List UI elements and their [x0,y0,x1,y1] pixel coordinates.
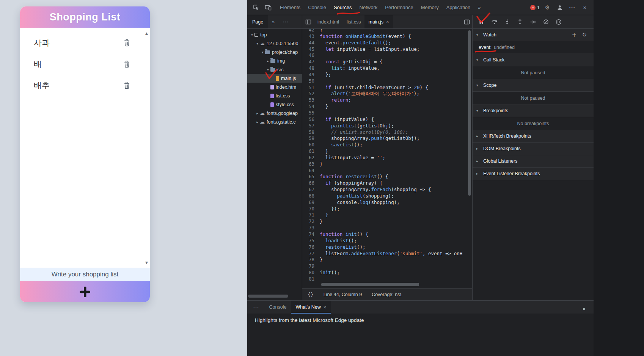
settings-gear-icon[interactable]: ⚙ [542,3,552,13]
tree-item-fonts-googleap[interactable]: ▸☁fonts.googleap [247,109,302,118]
step-icon[interactable] [528,17,538,27]
toggle-debugger-pane-icon[interactable] [464,19,470,25]
expander-open-icon[interactable]: ▾ [265,68,270,72]
tree-item-project-chap[interactable]: ▾project/chap [247,48,302,56]
close-devtools-icon[interactable]: × [580,3,590,13]
close-drawer-icon[interactable]: × [579,304,589,314]
line-number[interactable]: 45 [302,46,320,53]
step-over-icon[interactable] [489,17,499,27]
tree-item-style-css[interactable]: style.css [247,100,302,109]
section-event-listener-breakpoints[interactable]: ▸Event Listener Breakpoints [473,168,594,180]
line-number[interactable]: 53 [302,97,320,104]
trash-icon[interactable] [124,39,130,47]
tab-performance[interactable]: Performance [381,0,417,15]
shopping-input[interactable] [20,268,150,281]
close-tab-icon[interactable]: × [386,19,389,24]
drawer-tab-console[interactable]: Console [265,301,291,314]
deactivate-breakpoints-icon[interactable] [541,17,551,27]
watch-section-header[interactable]: ▾ Watch + ↻ [473,29,594,41]
editor-tab-main-js[interactable]: main.js× [364,15,393,28]
line-number[interactable]: 55 [302,110,320,116]
line-number[interactable]: 60 [302,142,320,148]
navigator-hscrollbar[interactable] [247,294,302,298]
section-global-listeners[interactable]: ▸Global Listeners [473,155,594,168]
add-watch-icon[interactable]: + [572,32,577,38]
pretty-print-icon[interactable]: {} [308,292,314,297]
expander-closed-icon[interactable]: ▸ [265,59,270,63]
line-number[interactable]: 74 [302,231,320,238]
line-number[interactable]: 78 [302,257,320,263]
trash-icon[interactable] [124,82,130,89]
tab-memory[interactable]: Memory [417,0,443,15]
section-xhr-fetch-breakpoints[interactable]: ▸XHR/fetch Breakpoints [473,130,594,143]
pause-resume-icon[interactable] [476,17,486,27]
tab-application[interactable]: Application [443,0,474,15]
tab-console[interactable]: Console [304,0,330,15]
line-number[interactable]: 72 [302,218,320,225]
expander-closed-icon[interactable]: ▸ [255,111,260,115]
line-number[interactable]: 81 [302,276,320,282]
drawer-tab-what-s-new[interactable]: What's New× [291,301,331,314]
line-number[interactable]: 44 [302,40,320,46]
device-toolbar-icon[interactable] [263,3,273,13]
editor-hscrollbar[interactable] [320,282,467,287]
tab-more[interactable]: » [474,0,484,15]
line-number[interactable]: 48 [302,65,320,72]
add-item-button[interactable] [20,281,150,302]
page-tab[interactable]: Page [247,15,268,28]
section-call-stack[interactable]: ▾Call Stack [473,54,594,66]
trash-icon[interactable] [124,61,130,68]
tab-network[interactable]: Network [356,0,382,15]
focus-page-icon[interactable] [555,3,565,13]
expander-open-icon[interactable]: ▾ [255,42,260,45]
line-number[interactable]: 42 [302,29,320,33]
tree-item-fonts-gstatic-c[interactable]: ▸☁fonts.gstatic.c [247,118,302,126]
tree-item-index-htm[interactable]: index.htm [247,83,302,91]
more-menu-icon[interactable]: ··· [567,3,577,13]
line-number[interactable]: 70 [302,206,320,212]
scrollbar-down-arrow[interactable]: ▼ [145,261,148,265]
error-badge[interactable]: × 1 [530,5,540,10]
line-number[interactable]: 71 [302,212,320,218]
line-number[interactable]: 57 [302,123,320,129]
line-number[interactable]: 75 [302,238,320,244]
line-number[interactable]: 76 [302,244,320,251]
section-scope[interactable]: ▾Scope [473,79,594,92]
step-out-icon[interactable] [515,17,525,27]
line-number[interactable]: 67 [302,187,320,193]
line-number[interactable]: 77 [302,251,320,257]
step-into-icon[interactable] [502,17,512,27]
line-number[interactable]: 49 [302,72,320,78]
collapse-navigator-icon[interactable] [305,19,311,25]
line-number[interactable]: 65 [302,174,320,180]
line-number[interactable]: 66 [302,180,320,187]
line-number[interactable]: 43 [302,33,320,40]
inspect-element-icon[interactable] [251,3,261,13]
section-dom-breakpoints[interactable]: ▸DOM Breakpoints [473,143,594,155]
navigator-overflow-chevron[interactable]: » [272,19,275,25]
line-number[interactable]: 51 [302,85,320,91]
expander-closed-icon[interactable]: ▸ [255,120,260,124]
editor-tab-list-css[interactable]: list.css [343,15,365,28]
tree-item-src[interactable]: ▾src [247,65,302,74]
line-number[interactable]: 52 [302,91,320,97]
section-breakpoints[interactable]: ▾Breakpoints [473,105,594,117]
line-number[interactable]: 69 [302,199,320,206]
line-number[interactable]: 63 [302,161,320,168]
line-number[interactable]: 47 [302,59,320,65]
line-number[interactable]: 68 [302,193,320,199]
line-number[interactable]: 80 [302,270,320,276]
line-number[interactable]: 73 [302,225,320,231]
drawer-more-icon[interactable]: ··· [247,304,265,310]
line-number[interactable]: 62 [302,155,320,161]
expander-open-icon[interactable]: ▾ [260,50,265,54]
line-number[interactable]: 56 [302,116,320,123]
watch-entry[interactable]: event:undefined [473,41,594,54]
tree-item-img[interactable]: ▸img [247,56,302,65]
expander-open-icon[interactable]: ▾ [250,33,254,37]
pause-on-exceptions-icon[interactable] [554,17,564,27]
line-number[interactable]: 54 [302,104,320,110]
close-tab-icon[interactable]: × [324,305,327,310]
tree-item-main-js[interactable]: main.js [247,74,302,83]
tab-sources[interactable]: Sources [330,0,356,15]
